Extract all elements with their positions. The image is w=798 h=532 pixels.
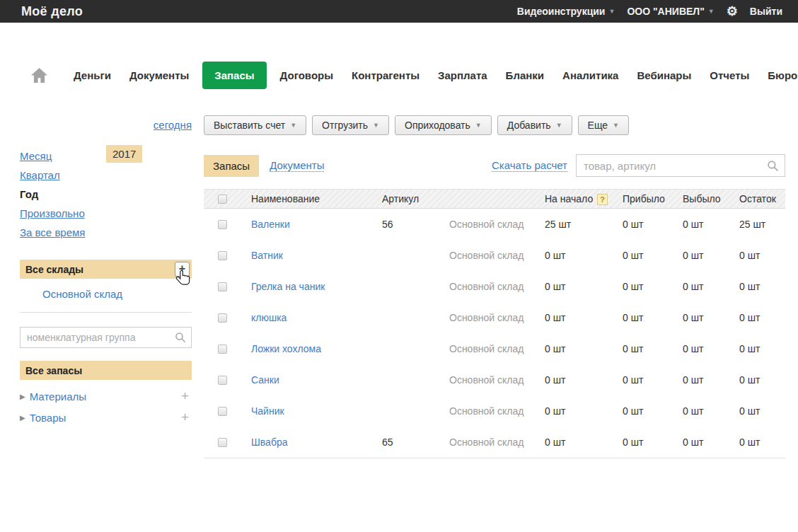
home-icon[interactable]: [31, 68, 47, 83]
row-checkbox[interactable]: [218, 438, 227, 447]
cell-warehouse: Основной склад: [439, 405, 534, 417]
row-checkbox[interactable]: [218, 407, 227, 416]
cell-name: Санки: [241, 374, 371, 386]
row-checkbox[interactable]: [218, 220, 227, 229]
chevron-right-icon[interactable]: ▶: [20, 393, 25, 400]
chevron-down-icon: ▼: [373, 122, 379, 129]
table-row: клюшка Основной склад 0 шт 0 шт 0 шт 0 ш…: [204, 302, 785, 333]
row-checkbox[interactable]: [218, 251, 227, 260]
add-stock-group-button[interactable]: +: [181, 388, 192, 404]
app-logo[interactable]: Моё дело: [21, 4, 83, 19]
row-checkbox-cell: [204, 438, 241, 447]
header-name[interactable]: Наименование: [241, 193, 371, 204]
gear-icon[interactable]: ⚙: [727, 5, 738, 18]
row-checkbox[interactable]: [218, 313, 227, 323]
main-nav: ДеньгиДокументыЗапасыДоговорыКонтрагенты…: [31, 60, 798, 90]
select-all-checkbox[interactable]: [218, 195, 227, 204]
chevron-right-icon[interactable]: ▶: [20, 414, 25, 422]
table-row: Чайник Основной склад 0 шт 0 шт 0 шт 0 ш…: [204, 395, 785, 427]
help-icon[interactable]: ?: [597, 194, 608, 205]
cell-warehouse: Основной склад: [439, 219, 534, 230]
period-link[interactable]: За все время: [20, 226, 85, 238]
warehouse-link[interactable]: Основной склад: [42, 288, 122, 300]
item-link[interactable]: Ватник: [251, 250, 283, 261]
row-checkbox[interactable]: [218, 345, 227, 354]
add-stock-group-button[interactable]: +: [181, 410, 192, 425]
company-menu[interactable]: ООО "АНИВЕЛ" ▼: [627, 6, 714, 17]
toolbar-button[interactable]: Выставить счет ▼: [204, 115, 306, 135]
cell-out: 0 шт: [672, 374, 729, 386]
header-rest[interactable]: Остаток: [729, 193, 785, 204]
stock-table: Наименование Артикул На начало? Прибыло …: [204, 189, 785, 458]
nav-tab[interactable]: Отчеты: [710, 69, 749, 81]
cell-out: 0 шт: [672, 343, 729, 354]
add-warehouse-button[interactable]: +: [175, 262, 190, 277]
tab-dokumenty[interactable]: Документы: [270, 159, 324, 172]
cell-out: 0 шт: [672, 436, 729, 448]
item-link[interactable]: клюшка: [251, 312, 287, 323]
year-badge[interactable]: 2017: [106, 145, 142, 163]
stock-group-link[interactable]: Товары: [30, 412, 66, 424]
item-link[interactable]: Чайник: [251, 405, 284, 417]
nav-tab[interactable]: Аналитика: [562, 69, 618, 81]
nav-tab-label: Аналитика: [562, 69, 618, 81]
toolbar-button[interactable]: Отгрузить ▼: [312, 115, 389, 135]
item-link[interactable]: Санки: [251, 374, 279, 386]
period-link[interactable]: Произвольно: [20, 207, 85, 219]
row-checkbox-cell: [204, 313, 241, 323]
group-search-input[interactable]: [20, 327, 192, 348]
header-out[interactable]: Выбыло: [672, 193, 729, 204]
sidebar-divider: [20, 312, 192, 313]
cell-in: 0 шт: [612, 436, 672, 448]
search-icon[interactable]: [175, 332, 186, 346]
today-link[interactable]: сегодня: [154, 119, 192, 131]
header-start[interactable]: На начало?: [534, 193, 612, 205]
product-search-input[interactable]: [576, 154, 785, 177]
toolbar-button[interactable]: Еще ▼: [578, 115, 629, 135]
video-instructions-menu[interactable]: Видеоинструкции ▼: [517, 6, 615, 17]
nav-tab[interactable]: Договоры: [280, 69, 333, 81]
period-link[interactable]: Месяц: [20, 150, 52, 162]
cell-out: 0 шт: [672, 281, 729, 292]
row-checkbox-cell: [204, 220, 241, 229]
toolbar-button[interactable]: Оприходовать ▼: [395, 115, 492, 135]
stock-group-link[interactable]: Материалы: [30, 391, 86, 403]
item-link[interactable]: Ложки хохлома: [251, 343, 321, 354]
cell-in: 0 шт: [612, 374, 672, 386]
nav-tab[interactable]: Бланки: [506, 69, 544, 81]
search-icon[interactable]: [767, 160, 779, 175]
period-row: Месяц 2017: [20, 146, 192, 166]
nav-tab[interactable]: Деньги: [74, 69, 111, 81]
header-article[interactable]: Артикул: [371, 193, 439, 204]
nav-tab[interactable]: Контрагенты: [352, 69, 420, 81]
cell-in: 0 шт: [612, 312, 672, 323]
header-checkbox-cell: [204, 195, 241, 204]
row-checkbox[interactable]: [218, 376, 227, 385]
video-instructions-label: Видеоинструкции: [517, 6, 606, 17]
nav-tab-label: Зарплата: [438, 69, 487, 81]
item-link[interactable]: Швабра: [251, 436, 288, 448]
chevron-down-icon: ▼: [613, 122, 619, 129]
period-link[interactable]: Квартал: [20, 169, 60, 181]
nav-tab-label: Отчеты: [710, 69, 749, 81]
cell-start: 0 шт: [534, 250, 612, 261]
nav-tab[interactable]: Документы: [129, 69, 189, 81]
row-checkbox[interactable]: [218, 282, 227, 291]
header-in[interactable]: Прибыло: [612, 193, 672, 204]
download-calculation-link[interactable]: Скачать расчет: [492, 159, 567, 172]
stocks-header-label: Все запасы: [25, 365, 82, 376]
tab-zapasy[interactable]: Запасы: [204, 155, 259, 177]
item-link[interactable]: Валенки: [251, 219, 290, 230]
toolbar-button[interactable]: Добавить ▼: [497, 115, 572, 135]
cell-in: 0 шт: [612, 250, 672, 261]
nav-tab[interactable]: Вебинары: [637, 69, 691, 81]
logout-link[interactable]: Выйти: [750, 6, 782, 17]
item-link[interactable]: Грелка на чаник: [251, 281, 325, 292]
header-start-label: На начало: [545, 193, 593, 204]
cell-rest: 0 шт: [729, 312, 785, 323]
period-link[interactable]: Год: [20, 188, 38, 200]
nav-tab[interactable]: Зарплата: [438, 69, 487, 81]
nav-tab[interactable]: Бюро: [768, 69, 797, 81]
nav-tab[interactable]: Запасы: [202, 62, 266, 89]
cell-out: 0 шт: [672, 250, 729, 261]
